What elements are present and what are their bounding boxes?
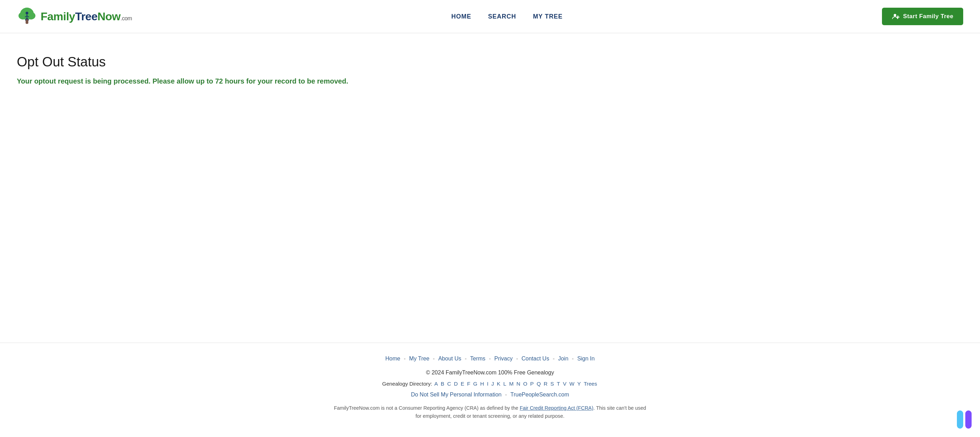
nav-my-tree[interactable]: MY TREE [533,13,563,20]
dir-trees[interactable]: Trees [584,381,597,387]
footer-nav-contact[interactable]: Contact Us [521,356,549,362]
logo-link[interactable]: FamilyTreeNow.com [17,6,132,27]
footer-nav-signin[interactable]: Sign In [578,356,595,362]
footer-links-sep: - [505,391,507,398]
dir-j[interactable]: J [491,381,494,387]
footer-nav-join[interactable]: Join [558,356,568,362]
dir-g[interactable]: G [473,381,477,387]
footer-nav: Home - My Tree - About Us - Terms - Priv… [17,356,963,362]
footer-nav-terms[interactable]: Terms [470,356,485,362]
dir-s[interactable]: S [550,381,554,387]
page-title: Opt Out Status [17,54,963,70]
dir-k[interactable]: K [497,381,500,387]
dir-h[interactable]: H [480,381,484,387]
dir-a[interactable]: A [434,381,438,387]
footer-nav-my-tree[interactable]: My Tree [409,356,430,362]
dir-o[interactable]: O [523,381,527,387]
dir-q[interactable]: Q [537,381,541,387]
footer-nav-about[interactable]: About Us [438,356,461,362]
dir-y[interactable]: Y [578,381,581,387]
add-person-icon [892,13,899,20]
dir-t[interactable]: T [557,381,560,387]
footer-copyright: © 2024 FamilyTreeNow.com 100% Free Genea… [17,369,963,376]
dir-b[interactable]: B [441,381,444,387]
dir-d[interactable]: D [454,381,458,387]
footer-sep-4: - [489,356,490,362]
tree-icon [17,6,37,27]
footer-sep-3: - [465,356,466,362]
main-nav: HOME SEARCH MY TREE [451,13,563,20]
logo-wordmark: FamilyTreeNow.com [41,10,132,23]
dir-e[interactable]: E [461,381,464,387]
site-footer: Home - My Tree - About Us - Terms - Priv… [0,343,980,437]
footer-sep-5: - [516,356,518,362]
dir-i[interactable]: I [487,381,488,387]
nav-search[interactable]: SEARCH [488,13,516,20]
dir-c[interactable]: C [447,381,451,387]
site-header: FamilyTreeNow.com HOME SEARCH MY TREE St… [0,0,980,33]
footer-nav-home[interactable]: Home [385,356,401,362]
footer-extra-links: Do Not Sell My Personal Information - Tr… [17,391,963,398]
dir-w[interactable]: W [569,381,574,387]
fcra-link[interactable]: Fair Credit Reporting Act (FCRA) [520,405,593,411]
nav-home[interactable]: HOME [451,13,471,20]
dir-m[interactable]: M [509,381,514,387]
footer-sep-2: - [433,356,434,362]
status-message: Your optout request is being processed. … [17,77,963,85]
widget-bar-cyan [957,410,963,429]
dir-p[interactable]: P [530,381,534,387]
main-content: Opt Out Status Your optout request is be… [0,33,980,321]
dir-n[interactable]: N [516,381,520,387]
dir-f[interactable]: F [467,381,470,387]
svg-point-10 [894,14,896,16]
footer-sep-7: - [572,356,573,362]
widget-bar-purple [965,410,972,429]
footer-nav-privacy[interactable]: Privacy [495,356,512,362]
do-not-sell-link[interactable]: Do Not Sell My Personal Information [411,391,502,398]
svg-point-4 [25,11,29,14]
directory-label: Genealogy Directory: [382,381,433,387]
true-people-link[interactable]: TruePeopleSearch.com [511,391,569,398]
dir-v[interactable]: V [563,381,566,387]
footer-legal-text: FamilyTreeNow.com is not a Consumer Repo… [332,404,648,420]
start-family-tree-button[interactable]: Start Family Tree [882,8,963,25]
bottom-widget [957,410,972,429]
dir-r[interactable]: R [544,381,547,387]
dir-l[interactable]: L [503,381,506,387]
footer-sep-6: - [553,356,555,362]
footer-sep-1: - [404,356,406,362]
footer-directory: Genealogy Directory: A B C D E F G H I J… [17,381,963,387]
